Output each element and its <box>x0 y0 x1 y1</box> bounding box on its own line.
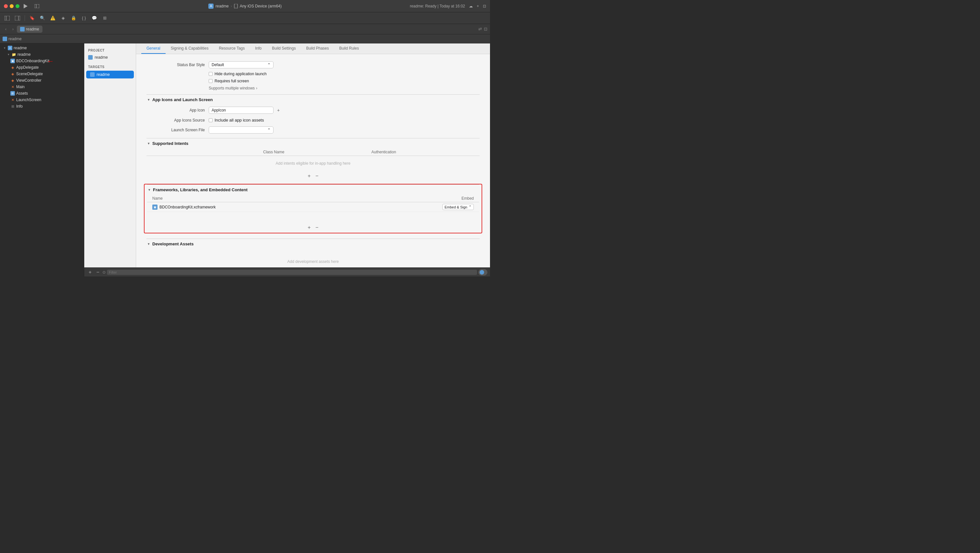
frameworks-chevron[interactable]: ▾ <box>147 188 151 192</box>
tab-signing[interactable]: Signing & Capabilities <box>165 43 214 54</box>
supported-intents-section: ▾ Supported Intents Class Name Authentic… <box>146 138 480 181</box>
frameworks-spacer <box>147 212 479 222</box>
tab-general[interactable]: General <box>141 43 165 54</box>
status-bar-style-row: Status Bar Style Default ⌃ <box>146 59 480 70</box>
dev-assets-empty: Add development assets here <box>146 249 480 268</box>
sidebar-item-assets[interactable]: ⊞ Assets <box>0 90 84 97</box>
titlebar: A readme › Any iOS Device (arm64) readme… <box>0 0 490 12</box>
editor-tab-strip: General Signing & Capabilities Resource … <box>136 43 490 54</box>
add-icon[interactable]: + <box>477 4 479 8</box>
device-name: Any iOS Device (arm64) <box>240 4 282 8</box>
project-icon: A <box>208 3 213 9</box>
split-view-icon[interactable]: ⇄ <box>478 27 482 32</box>
app-icons-source-checkbox[interactable] <box>209 118 213 122</box>
intents-empty-text: Add intents eligible for in-app handling… <box>276 161 351 166</box>
sidebar-item-launchscreen[interactable]: ✕ LaunchScreen <box>0 97 84 103</box>
sidebar-vc-label: ViewController <box>16 78 41 83</box>
app-icon-add-btn[interactable]: + <box>275 107 281 113</box>
window-control-icon[interactable]: ⊡ <box>483 4 486 8</box>
requires-fullscreen-checkbox[interactable] <box>209 79 213 83</box>
status-bar-section: Status Bar Style Default ⌃ <box>146 59 480 92</box>
dev-assets-title: Development Assets <box>152 242 194 246</box>
sidebar-item-scenedelegate[interactable]: ◈ SceneDelegate <box>0 71 84 77</box>
sidebar-item-viewcontroller[interactable]: ◈ ViewController <box>0 77 84 84</box>
sidebar-toggle[interactable] <box>33 2 41 10</box>
lock-btn[interactable]: 🔒 <box>69 14 78 22</box>
intents-header: ▾ Supported Intents <box>146 138 480 148</box>
code-btn[interactable]: { } <box>80 14 89 22</box>
bookmark-btn[interactable]: 🔖 <box>27 14 37 22</box>
supports-windows-label: Supports multiple windows <box>209 86 255 91</box>
sidebar-item-bdc[interactable]: ▣ BDCOnboardingKit <box>0 58 84 64</box>
minimize-button[interactable] <box>10 4 14 8</box>
launch-screen-chevron: ⌃ <box>267 128 270 132</box>
sidebar-item-appdelegate[interactable]: ◈ AppDelegate <box>0 64 84 71</box>
search-btn[interactable]: 🔍 <box>38 14 47 22</box>
full-screen-icon[interactable]: ⊡ <box>484 27 487 32</box>
info-icon: ⊞ <box>10 104 15 108</box>
assets-icon: ⊞ <box>10 91 15 96</box>
filter-icon: ⊙ <box>102 270 106 274</box>
intents-table-header: Class Name Authentication <box>146 148 480 156</box>
fw-name-cell: ▣ BDCOnboardingKit.xcframework <box>147 204 366 210</box>
sidebar-item-info[interactable]: ⊞ Info <box>0 103 84 110</box>
filter-input[interactable] <box>107 270 477 275</box>
diamond-btn[interactable]: ◈ <box>59 14 68 22</box>
status-bar-select[interactable]: Default ⌃ <box>209 61 274 69</box>
app-icon-input[interactable]: AppIcon <box>209 107 274 114</box>
close-button[interactable] <box>4 4 8 8</box>
main-layout: ← ▾ A readme ▾ 📁 readme ▣ BDCOnboardingK… <box>0 43 490 276</box>
intents-col-class: Class Name <box>146 150 371 154</box>
intents-remove-btn[interactable]: − <box>314 173 320 179</box>
hide-during-launch-checkbox[interactable] <box>209 72 213 76</box>
frameworks-add-btn[interactable]: + <box>306 224 312 231</box>
grid-btn[interactable]: ⊞ <box>100 14 109 22</box>
tab-build-rules[interactable]: Build Rules <box>334 43 364 54</box>
sidebar-toggle-btn[interactable] <box>3 14 12 22</box>
app-icons-header: ▾ App Icons and Launch Screen <box>146 94 480 105</box>
intents-title: Supported Intents <box>152 141 188 146</box>
warning-btn[interactable]: ⚠️ <box>48 14 57 22</box>
dev-assets-chevron[interactable]: ▾ <box>146 242 150 246</box>
tab-forward-btn[interactable]: › <box>10 26 16 32</box>
svg-rect-5 <box>5 16 10 21</box>
sidebar-item-readme-folder[interactable]: ▾ 📁 readme <box>0 51 84 58</box>
play-button[interactable] <box>22 3 29 10</box>
frameworks-remove-btn[interactable]: − <box>314 224 320 231</box>
intents-chevron[interactable]: ▾ <box>146 142 150 145</box>
add-sidebar-btn[interactable]: + <box>87 269 93 275</box>
active-tab[interactable]: readme <box>17 25 43 33</box>
maximize-button[interactable] <box>16 4 19 8</box>
tab-build-phases[interactable]: Build Phases <box>301 43 334 54</box>
tab-resource-tags[interactable]: Resource Tags <box>213 43 250 54</box>
sidebar-info-label: Info <box>16 104 23 108</box>
project-item-label: readme <box>95 55 108 60</box>
project-item-readme[interactable]: readme <box>84 54 136 61</box>
tab-build-settings[interactable]: Build Settings <box>267 43 301 54</box>
supports-windows-arrow: › <box>256 86 257 91</box>
fw-embed-select[interactable]: Embed & Sign ⌃ <box>442 204 474 210</box>
sidebar-launch-label: LaunchScreen <box>16 97 41 102</box>
disclosure-icon: ▾ <box>3 46 6 50</box>
launch-screen-row: Launch Screen File ⌃ <box>146 124 480 135</box>
layout-btn[interactable] <box>13 14 22 22</box>
sidebar-item-readme-root[interactable]: ▾ A readme <box>0 45 84 51</box>
folder-icon: 📁 <box>12 52 16 57</box>
target-item-readme[interactable]: readme <box>86 71 134 78</box>
remove-sidebar-btn[interactable]: − <box>95 269 101 275</box>
framework-row-0[interactable]: ▣ BDCOnboardingKit.xcframework Embed & S… <box>147 202 479 212</box>
intents-add-btn[interactable]: + <box>306 173 312 179</box>
editor-area: General Signing & Capabilities Resource … <box>136 43 490 268</box>
sidebar-item-main[interactable]: ✕ Main <box>0 84 84 90</box>
dev-assets-section: ▾ Development Assets Add development ass… <box>146 236 480 268</box>
tab-info[interactable]: Info <box>250 43 267 54</box>
launch-screen-select[interactable]: ⌃ <box>209 126 274 134</box>
app-icons-chevron[interactable]: ▾ <box>146 98 150 102</box>
status-bar-label: Status Bar Style <box>146 62 205 67</box>
status-bar-control: Default ⌃ <box>209 61 480 69</box>
titlebar-center: A readme › Any iOS Device (arm64) <box>208 3 282 9</box>
bubble-btn[interactable]: 💬 <box>90 14 99 22</box>
frameworks-title: Frameworks, Libraries, and Embedded Cont… <box>153 187 248 192</box>
toggle-switch[interactable] <box>478 269 487 276</box>
tab-back-btn[interactable]: ‹ <box>3 26 9 32</box>
